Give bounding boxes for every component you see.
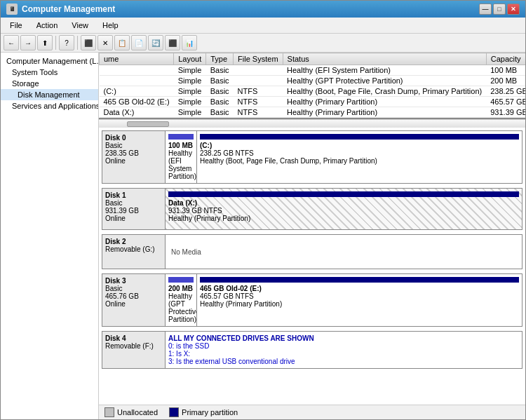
disk-row-2: Disk 2 Removable (G:) No Media bbox=[102, 234, 522, 269]
table-cell-1-2: Basic bbox=[206, 76, 234, 86]
disk3-partition-1-detail1: 465.57 GB NTFS bbox=[200, 292, 519, 300]
table-cell-3-0: 465 GB Old-02 (E:) bbox=[100, 97, 174, 107]
disk0-partition-0-label: 100 MB bbox=[168, 142, 194, 149]
disk4-name: Disk 4 bbox=[105, 334, 162, 342]
up-button[interactable]: ⬆ bbox=[37, 35, 53, 50]
sidebar-item-storage[interactable]: Storage bbox=[1, 78, 98, 89]
disk2-type: Removable (G:) bbox=[105, 245, 162, 253]
disk3-partition-0-detail: Healthy (GPT Protective Partition) bbox=[168, 292, 194, 323]
legend-unallocated: Unallocated bbox=[104, 407, 158, 417]
disk1-name: Disk 1 bbox=[105, 191, 162, 199]
help-button[interactable]: ? bbox=[59, 35, 74, 50]
col-capacity: Capacity bbox=[486, 53, 525, 65]
toolbar-separator-1 bbox=[55, 36, 56, 50]
disk3-partition-0[interactable]: 200 MB Healthy (GPT Protective Partition… bbox=[166, 274, 197, 326]
tool-btn-5[interactable]: 🔄 bbox=[148, 35, 163, 50]
table-row-1[interactable]: SimpleBasicHealthy (GPT Protective Parti… bbox=[100, 76, 526, 86]
sidebar-item-computer-management[interactable]: Computer Management (L... bbox=[1, 55, 98, 67]
disk-row-1: Disk 1 Basic 931.39 GB Online Data (X:) … bbox=[102, 188, 522, 230]
tool-btn-7[interactable]: 📊 bbox=[182, 35, 197, 50]
table-row-3[interactable]: 465 GB Old-02 (E:)SimpleBasicNTFSHealthy… bbox=[100, 97, 526, 107]
toolbar: ← → ⬆ ? ⬛ ✕ 📋 📄 🔄 ⬛ 📊 bbox=[1, 34, 525, 53]
table-cell-2-5: 238.25 GB bbox=[486, 86, 525, 97]
disk-row-0: Disk 0 Basic 238.35 GB Online 100 MB Hea… bbox=[102, 130, 522, 184]
table-cell-3-1: Simple bbox=[174, 97, 206, 107]
table-cell-3-2: Basic bbox=[206, 97, 234, 107]
table-cell-4-5: 931.39 GB bbox=[486, 107, 525, 118]
disk-row-3: Disk 3 Basic 465.76 GB Online 200 MB Hea… bbox=[102, 273, 522, 327]
disk2-nomedia: No Media bbox=[166, 235, 522, 269]
disk0-partition-1[interactable]: (C:) 238.25 GB NTFS Healthy (Boot, Page … bbox=[197, 131, 522, 183]
legend: Unallocated Primary partition bbox=[99, 405, 525, 419]
tool-btn-6[interactable]: ⬛ bbox=[165, 35, 180, 50]
tool-btn-2[interactable]: ✕ bbox=[97, 35, 113, 50]
toolbar-separator-2 bbox=[77, 36, 78, 50]
disk3-partitions: 200 MB Healthy (GPT Protective Partition… bbox=[166, 274, 522, 326]
disk3-size: 465.76 GB bbox=[105, 292, 162, 300]
disk1-partition-0-header bbox=[168, 191, 519, 197]
horizontal-scrollbar[interactable] bbox=[99, 119, 525, 128]
disk3-partition-1[interactable]: 465 GB Old-02 (E:) 465.57 GB NTFS Health… bbox=[197, 274, 522, 326]
minimize-button[interactable]: — bbox=[479, 4, 492, 15]
disk0-partition-0-header bbox=[168, 134, 194, 140]
table-cell-2-4: Healthy (Boot, Page File, Crash Dump, Pr… bbox=[283, 86, 486, 97]
table-cell-0-0 bbox=[100, 65, 174, 76]
col-layout: Layout bbox=[174, 53, 206, 65]
back-button[interactable]: ← bbox=[4, 35, 19, 50]
window-title: Computer Management bbox=[22, 4, 115, 14]
disk3-type: Basic bbox=[105, 285, 162, 292]
disk1-partition-0-detail2: Healthy (Primary Partition) bbox=[168, 215, 519, 222]
disk4-note-1: 0: is the SSD bbox=[168, 342, 314, 350]
tool-btn-1[interactable]: ⬛ bbox=[81, 35, 96, 50]
maximize-button[interactable]: □ bbox=[493, 4, 506, 15]
disk3-info: Disk 3 Basic 465.76 GB Online bbox=[102, 274, 166, 326]
disk0-partition-1-label: (C:) bbox=[200, 142, 519, 149]
disk1-partitions: Data (X:) 931.39 GB NTFS Healthy (Primar… bbox=[166, 189, 522, 229]
disk0-partition-1-header bbox=[200, 134, 519, 140]
col-status: Status bbox=[283, 53, 486, 65]
forward-button[interactable]: → bbox=[20, 35, 36, 50]
menu-help[interactable]: Help bbox=[96, 19, 125, 32]
legend-primary: Primary partition bbox=[169, 407, 238, 417]
table-cell-1-5: 200 MB bbox=[486, 76, 525, 86]
table-cell-3-3: NTFS bbox=[234, 97, 283, 107]
sidebar-item-disk-management[interactable]: Disk Management bbox=[1, 89, 98, 100]
content-area: ume Layout Type File System Status Capac… bbox=[99, 53, 525, 419]
tool-btn-4[interactable]: 📄 bbox=[131, 35, 147, 50]
disk0-info: Disk 0 Basic 238.35 GB Online bbox=[102, 131, 166, 183]
table-row-2[interactable]: (C:)SimpleBasicNTFSHealthy (Boot, Page F… bbox=[100, 86, 526, 97]
table-cell-4-3: NTFS bbox=[234, 107, 283, 118]
disk1-info: Disk 1 Basic 931.39 GB Online bbox=[102, 189, 166, 229]
table-cell-4-4: Healthy (Primary Partition) bbox=[283, 107, 486, 118]
disk1-partition-0[interactable]: Data (X:) 931.39 GB NTFS Healthy (Primar… bbox=[166, 189, 522, 229]
close-button[interactable]: ✕ bbox=[507, 4, 520, 15]
sidebar-item-system-tools[interactable]: System Tools bbox=[1, 67, 98, 78]
menu-file[interactable]: File bbox=[4, 19, 29, 32]
disk3-partition-1-header bbox=[200, 277, 519, 283]
disk1-partition-0-detail1: 931.39 GB NTFS bbox=[168, 207, 519, 215]
disk0-size: 238.35 GB bbox=[105, 149, 162, 157]
disk4-info: Disk 4 Removable (F:) bbox=[102, 332, 166, 368]
disk3-partition-1-label: 465 GB Old-02 (E:) bbox=[200, 285, 519, 292]
table-cell-2-0: (C:) bbox=[100, 86, 174, 97]
col-name: ume bbox=[100, 53, 174, 65]
title-bar: 🖥 Computer Management — □ ✕ bbox=[1, 1, 525, 18]
table-row-4[interactable]: Data (X:)SimpleBasicNTFSHealthy (Primary… bbox=[100, 107, 526, 118]
menu-action[interactable]: Action bbox=[30, 19, 65, 32]
disk4-note-3: 3: Is the external USB conventional driv… bbox=[168, 358, 314, 365]
legend-unallocated-box bbox=[104, 407, 114, 417]
title-controls: — □ ✕ bbox=[479, 4, 520, 15]
disk3-name: Disk 3 bbox=[105, 277, 162, 285]
window-icon: 🖥 bbox=[6, 4, 18, 15]
disk-visualization-section: Disk 0 Basic 238.35 GB Online 100 MB Hea… bbox=[99, 128, 525, 405]
table-row-0[interactable]: SimpleBasicHealthy (EFI System Partition… bbox=[100, 65, 526, 76]
tool-btn-3[interactable]: 📋 bbox=[114, 35, 130, 50]
legend-primary-box bbox=[169, 407, 179, 417]
disk-table: ume Layout Type File System Status Capac… bbox=[99, 53, 525, 118]
table-cell-0-4: Healthy (EFI System Partition) bbox=[283, 65, 486, 76]
disk0-partition-0[interactable]: 100 MB Healthy (EFI System Partition) bbox=[166, 131, 197, 183]
menu-view[interactable]: View bbox=[65, 19, 95, 32]
disk0-partition-1-detail2: Healthy (Boot, Page File, Crash Dump, Pr… bbox=[200, 157, 519, 165]
sidebar-item-services[interactable]: Services and Applications bbox=[1, 100, 98, 111]
table-cell-0-1: Simple bbox=[174, 65, 206, 76]
